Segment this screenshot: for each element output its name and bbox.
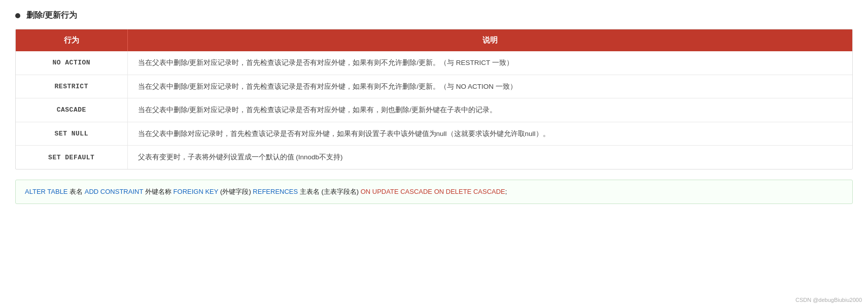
cell-description: 当在父表中删除对应记录时，首先检查该记录是否有对应外键，如果有则设置子表中该外键… — [127, 122, 852, 146]
cell-description: 当在父表中删除/更新对应记录时，首先检查该记录是否有对应外键，如果有则不允许删除… — [127, 51, 852, 75]
cell-description: 父表有变更时，子表将外键列设置成一个默认的值 (Innodb不支持) — [127, 146, 852, 169]
cell-behavior: SET NULL — [16, 122, 127, 146]
bullet-icon — [15, 13, 20, 18]
cell-behavior: CASCADE — [16, 98, 127, 122]
cell-behavior: SET DEFAULT — [16, 146, 127, 169]
code-part: ALTER TABLE — [25, 188, 68, 195]
behavior-table-wrapper: 行为 说明 NO ACTION当在父表中删除/更新对应记录时，首先检查该记录是否… — [15, 29, 853, 169]
code-block: ALTER TABLE 表名 ADD CONSTRAINT 外键名称 FOREI… — [15, 180, 853, 204]
section-title-text: 删除/更新行为 — [26, 10, 77, 21]
code-part: 外键名称 — [143, 188, 173, 195]
cell-description: 当在父表中删除/更新对应记录时，首先检查该记录是否有对应外键，如果有则不允许删除… — [127, 75, 852, 98]
table-row: RESTRICT当在父表中删除/更新对应记录时，首先检查该记录是否有对应外键，如… — [16, 75, 852, 98]
code-part: (外键字段) — [218, 188, 253, 195]
code-part: ON UPDATE CASCADE ON DELETE CASCADE — [361, 188, 505, 195]
code-part: ; — [505, 188, 507, 195]
code-part: ADD CONSTRAINT — [85, 188, 144, 195]
col-header-behavior: 行为 — [16, 29, 127, 51]
table-header-row: 行为 说明 — [16, 29, 852, 51]
cell-description: 当在父表中删除/更新对应记录时，首先检查该记录是否有对应外键，如果有，则也删除/… — [127, 98, 852, 122]
table-row: CASCADE当在父表中删除/更新对应记录时，首先检查该记录是否有对应外键，如果… — [16, 98, 852, 122]
table-row: SET NULL当在父表中删除对应记录时，首先检查该记录是否有对应外键，如果有则… — [16, 122, 852, 146]
table-row: NO ACTION当在父表中删除/更新对应记录时，首先检查该记录是否有对应外键，… — [16, 51, 852, 75]
code-part: REFERENCES — [253, 188, 298, 195]
table-row: SET DEFAULT父表有变更时，子表将外键列设置成一个默认的值 (Innod… — [16, 146, 852, 169]
behavior-table: 行为 说明 NO ACTION当在父表中删除/更新对应记录时，首先检查该记录是否… — [16, 29, 852, 169]
code-part: 表名 — [68, 188, 85, 195]
cell-behavior: RESTRICT — [16, 75, 127, 98]
code-part: FOREIGN KEY — [173, 188, 219, 195]
col-header-description: 说明 — [127, 29, 852, 51]
section-title: 删除/更新行为 — [15, 10, 853, 21]
code-part: 主表名 (主表字段名) — [298, 188, 361, 195]
cell-behavior: NO ACTION — [16, 51, 127, 75]
